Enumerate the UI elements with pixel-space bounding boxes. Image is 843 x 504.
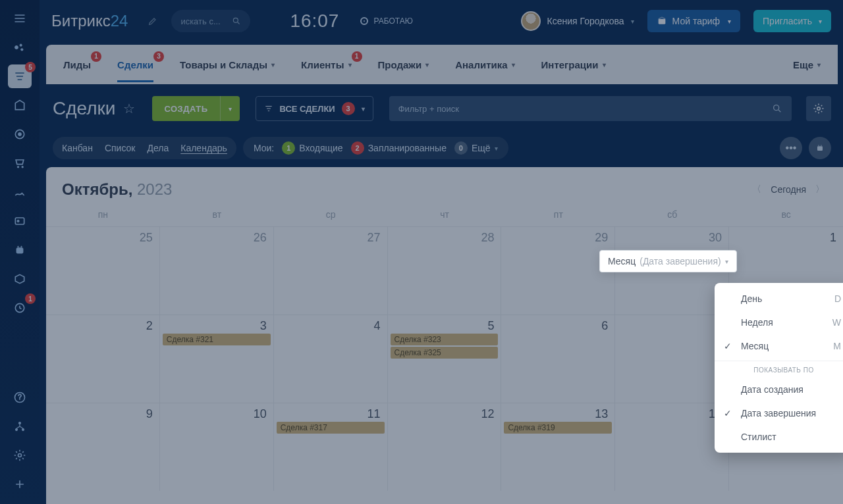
view-kanban[interactable]: Канбан: [62, 143, 93, 153]
svg-point-1: [20, 44, 22, 46]
star-icon[interactable]: ☆: [123, 101, 135, 116]
calendar-cell[interactable]: 14: [615, 403, 729, 491]
robot-icon[interactable]: [809, 137, 831, 159]
calendar-event[interactable]: Сделка #317: [277, 422, 385, 434]
tab-analytics[interactable]: Аналитика▾: [455, 59, 514, 70]
tab-clients[interactable]: Клиенты▾1: [301, 59, 351, 70]
svg-rect-7: [15, 218, 24, 224]
cart-icon[interactable]: [8, 151, 32, 175]
calendar-cell[interactable]: 25: [46, 226, 160, 315]
topbar: Битрикс24 искать с... 16:07 РАБОТАЮ Ксен…: [40, 0, 843, 42]
counter-incoming[interactable]: 1Входящие: [282, 141, 342, 155]
feed-icon[interactable]: [8, 36, 32, 59]
month-title: Октябрь, 2023: [62, 180, 172, 199]
calendar-cell[interactable]: 2: [46, 315, 160, 403]
android-icon[interactable]: [8, 238, 32, 262]
calendar-cell[interactable]: 11Сделка #317: [274, 403, 388, 491]
calendar-cell[interactable]: 28: [388, 226, 502, 315]
edit-icon[interactable]: [148, 16, 158, 26]
invite-button[interactable]: Пригласить▾: [753, 10, 831, 32]
tab-sales[interactable]: Продажи▾: [378, 59, 429, 70]
work-status[interactable]: РАБОТАЮ: [360, 16, 412, 26]
user-menu[interactable]: Ксения Городкова▾: [521, 11, 634, 31]
filter-search-input[interactable]: Фильтр + поиск: [389, 96, 792, 121]
apps-icon[interactable]: 1: [8, 296, 32, 320]
calendar-event[interactable]: Сделка #319: [504, 422, 612, 434]
sitemap-icon[interactable]: [8, 415, 32, 438]
tab-deals[interactable]: Сделки3: [117, 59, 153, 70]
tariff-button[interactable]: Мой тариф▾: [647, 10, 740, 32]
day-number: 12: [481, 407, 494, 421]
svg-point-19: [234, 18, 238, 22]
svg-point-21: [774, 105, 779, 111]
svg-point-4: [18, 133, 22, 136]
help-icon[interactable]: ?: [8, 386, 32, 409]
create-button[interactable]: СОЗДАТЬ ▾: [152, 96, 239, 121]
day-number: 30: [709, 231, 722, 245]
svg-point-15: [18, 422, 20, 424]
dd-by-end[interactable]: Дата завершения: [715, 401, 843, 425]
calendar-cell[interactable]: 7: [615, 315, 729, 403]
calendar-cell[interactable]: 29: [501, 226, 615, 315]
day-number: 28: [481, 231, 494, 245]
next-icon[interactable]: 〉: [813, 184, 827, 195]
dd-by-created[interactable]: Дата создания: [715, 378, 843, 401]
day-number: 2: [146, 319, 153, 333]
view-list[interactable]: Список: [105, 143, 136, 153]
sign-icon[interactable]: [8, 180, 32, 204]
crm-icon[interactable]: 5: [8, 64, 32, 88]
box-icon[interactable]: [8, 267, 32, 291]
view-calendar[interactable]: Календарь: [180, 143, 227, 153]
dow-header: пн: [46, 205, 160, 226]
svg-point-11: [21, 246, 22, 247]
today-nav: 〈 Сегодня 〉: [749, 184, 827, 195]
svg-point-10: [18, 246, 19, 247]
view-modes: Канбан Список Дела Календарь: [53, 137, 236, 159]
calendar-cell[interactable]: 3Сделка #321: [160, 315, 274, 403]
day-number: 4: [374, 319, 381, 333]
calendar-cell[interactable]: 10: [160, 403, 274, 491]
create-split[interactable]: ▾: [220, 96, 240, 121]
day-number: 11: [367, 407, 381, 421]
company-icon[interactable]: [8, 93, 32, 117]
settings-icon[interactable]: [8, 443, 32, 467]
calendar-cell[interactable]: 13Сделка #319: [501, 403, 615, 491]
dd-month[interactable]: МесяцM: [715, 334, 843, 358]
plus-icon[interactable]: [8, 472, 32, 496]
calendar-cell[interactable]: 4: [274, 315, 388, 403]
today-button[interactable]: Сегодня: [771, 184, 806, 195]
calendar-event[interactable]: Сделка #323: [391, 334, 499, 345]
day-number: 27: [367, 231, 381, 245]
view-tasks[interactable]: Дела: [147, 143, 169, 153]
hamburger-icon[interactable]: [8, 7, 32, 30]
global-search[interactable]: искать с...: [171, 10, 250, 32]
counter-more[interactable]: 0Ещё▾: [454, 141, 498, 155]
calendar-cell[interactable]: 5Сделка #323Сделка #325: [388, 315, 502, 403]
calendar-cell[interactable]: 12: [388, 403, 502, 491]
tab-integrations[interactable]: Интеграции▾: [541, 59, 606, 70]
dd-day[interactable]: ДеньD: [715, 287, 843, 311]
brand: Битрикс24: [51, 12, 128, 30]
calendar-cell[interactable]: 27: [274, 226, 388, 315]
dow-header: ср: [274, 205, 388, 226]
calendar-cell[interactable]: 9: [46, 403, 160, 491]
dd-week[interactable]: НеделяW: [715, 311, 843, 334]
more-actions-icon[interactable]: •••: [780, 137, 802, 159]
saved-filter-button[interactable]: ВСЕ СДЕЛКИ 3 ▾: [256, 96, 373, 121]
contact-icon[interactable]: [8, 209, 32, 233]
calendar-event[interactable]: Сделка #325: [391, 347, 499, 359]
tab-leads[interactable]: Лиды1: [63, 59, 91, 70]
gear-icon[interactable]: [806, 96, 831, 121]
target-icon[interactable]: [8, 122, 32, 146]
tab-products[interactable]: Товары и Склады▾: [180, 59, 275, 70]
prev-icon[interactable]: 〈: [749, 184, 764, 195]
calendar-cell[interactable]: 26: [160, 226, 274, 315]
tab-more[interactable]: Еще▾: [793, 59, 821, 70]
calendar-cell[interactable]: 6: [501, 315, 615, 403]
counter-planned[interactable]: 2Запланированные: [351, 141, 447, 155]
dd-stylist[interactable]: Стилист: [715, 425, 843, 449]
calendar-event[interactable]: Сделка #321: [163, 334, 271, 345]
my-counters: Мои: 1Входящие 2Запланированные 0Ещё▾: [243, 137, 508, 159]
day-number: 26: [254, 231, 267, 245]
scale-selector[interactable]: Месяц (Дата завершения) ▾: [599, 250, 737, 272]
